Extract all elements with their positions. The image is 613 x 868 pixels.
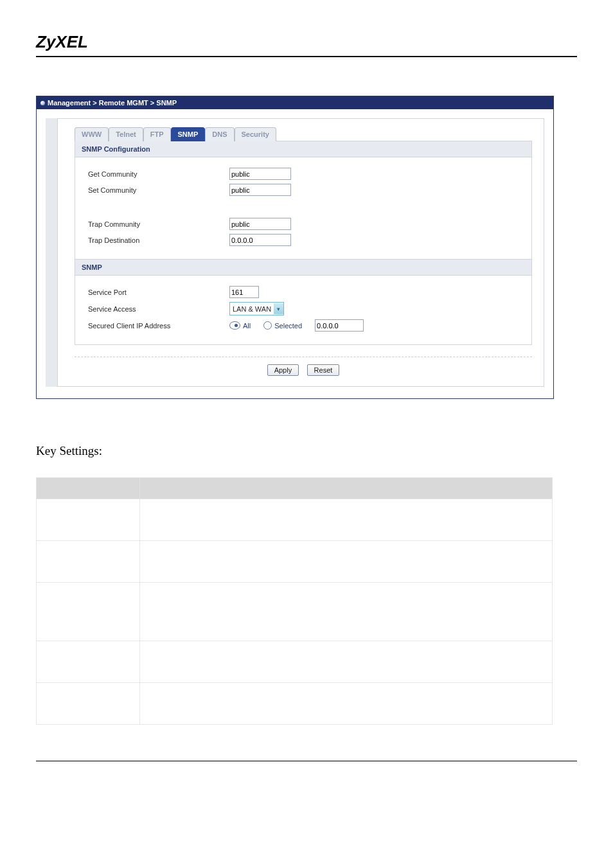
radio-icon bbox=[263, 321, 272, 330]
footer-line bbox=[36, 761, 577, 761]
breadcrumb-text: Management > Remote MGMT > SNMP bbox=[48, 99, 177, 107]
label-trap-community: Trap Community bbox=[88, 220, 229, 228]
tab-ftp[interactable]: FTP bbox=[143, 127, 171, 141]
chevron-down-icon: ▾ bbox=[274, 303, 283, 314]
label-service-access: Service Access bbox=[88, 305, 229, 313]
label-set-community: Set Community bbox=[88, 186, 229, 194]
apply-button[interactable]: Apply bbox=[267, 364, 299, 376]
input-trap-destination[interactable] bbox=[229, 234, 291, 246]
reset-button[interactable]: Reset bbox=[307, 364, 340, 376]
label-service-port: Service Port bbox=[88, 288, 229, 296]
screenshot-panel: Management > Remote MGMT > SNMP WWW Teln… bbox=[36, 96, 554, 399]
left-shade bbox=[46, 118, 58, 387]
title-bullet-icon bbox=[40, 101, 45, 105]
table-row bbox=[37, 499, 553, 541]
radio-all[interactable]: All bbox=[229, 321, 251, 330]
label-secured-ip: Secured Client IP Address bbox=[88, 322, 229, 330]
input-service-port[interactable] bbox=[229, 286, 259, 298]
table-row bbox=[37, 583, 553, 641]
key-settings-heading: Key Settings: bbox=[36, 444, 577, 458]
table-row bbox=[37, 541, 553, 583]
snmp-config-panel: SNMP Configuration Get Community Set Com… bbox=[75, 141, 532, 345]
input-secured-ip[interactable] bbox=[315, 319, 364, 332]
key-table-header-1 bbox=[140, 478, 553, 499]
tab-security[interactable]: Security bbox=[235, 127, 276, 141]
button-row: Apply Reset bbox=[75, 357, 532, 386]
select-service-access-value: LAN & WAN bbox=[233, 305, 271, 313]
tab-www[interactable]: WWW bbox=[75, 127, 109, 141]
radio-all-label: All bbox=[243, 322, 251, 330]
input-trap-community[interactable] bbox=[229, 218, 291, 230]
select-service-access[interactable]: LAN & WAN ▾ bbox=[229, 302, 284, 315]
breadcrumb: Management > Remote MGMT > SNMP bbox=[37, 96, 553, 109]
radio-icon bbox=[229, 321, 240, 330]
input-set-community[interactable] bbox=[229, 184, 291, 196]
tabs: WWW Telnet FTP SNMP DNS Security bbox=[75, 127, 532, 141]
key-table-header-0 bbox=[37, 478, 140, 499]
key-settings-table bbox=[36, 477, 553, 725]
brand-underline bbox=[36, 56, 577, 57]
label-get-community: Get Community bbox=[88, 170, 229, 178]
section-header-snmp-config: SNMP Configuration bbox=[75, 141, 531, 157]
tab-telnet[interactable]: Telnet bbox=[109, 127, 143, 141]
radio-selected[interactable]: Selected bbox=[263, 321, 302, 330]
table-row bbox=[37, 683, 553, 725]
label-trap-destination: Trap Destination bbox=[88, 236, 229, 244]
tab-snmp[interactable]: SNMP bbox=[171, 127, 206, 141]
section-header-snmp: SNMP bbox=[75, 259, 531, 276]
brand-logo: ZyXEL bbox=[36, 32, 577, 52]
input-get-community[interactable] bbox=[229, 168, 291, 180]
radio-selected-label: Selected bbox=[274, 322, 302, 330]
table-row bbox=[37, 641, 553, 683]
tab-dns[interactable]: DNS bbox=[205, 127, 234, 141]
